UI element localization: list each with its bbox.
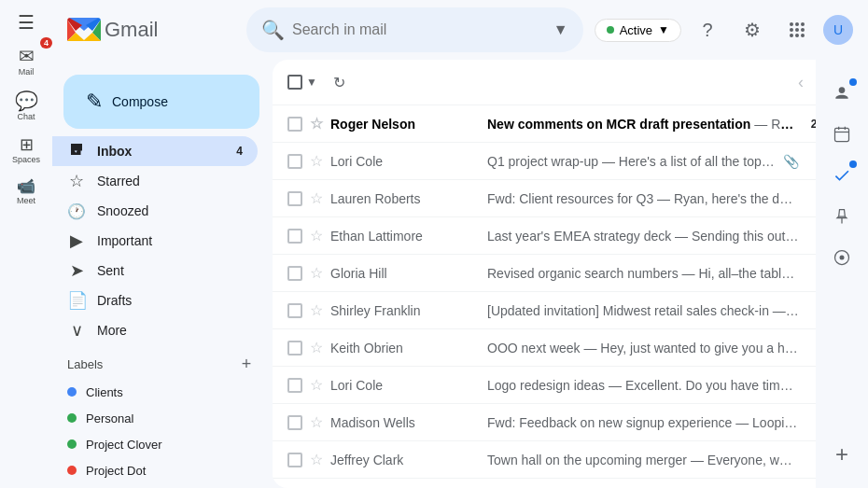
select-dropdown-icon[interactable]: ▼ [306,76,317,89]
svg-point-2 [801,22,805,26]
right-panel-keep[interactable] [823,198,861,235]
nav-starred[interactable]: ☆ Starred [52,166,258,196]
prev-page-button[interactable]: ‹ [786,67,816,97]
label-personal[interactable]: Personal [52,405,258,431]
important-icon: ▶ [67,230,86,251]
email-row[interactable]: ☆ Lauren Roberts Fwd: Client resources f… [273,180,868,217]
meet-nav-item[interactable]: 📹 Meet [4,174,49,211]
star-button[interactable]: ☆ [310,264,323,282]
star-button[interactable]: ☆ [310,413,323,431]
gmail-wordmark: Gmail [105,18,158,42]
email-row[interactable]: ☆ Madison Wells Fwd: Feedback on new sig… [273,404,868,441]
avatar[interactable]: U [823,15,853,45]
nav-snoozed[interactable]: 🕐 Snoozed [52,196,258,226]
settings-button[interactable]: ⚙ [734,11,771,49]
select-all-area[interactable]: ▼ [287,75,317,90]
spaces-label: Spaces [12,155,40,164]
side-icon-bar: ☰ ✉ 4 Mail 💬 Chat ⊞ Spaces 📹 Meet [0,0,52,488]
select-all-checkbox[interactable] [287,75,302,90]
star-button[interactable]: ☆ [310,339,323,356]
email-row[interactable]: ☆ Lori Cole Logo redesign ideas — Excell… [273,367,868,404]
mail-nav-item[interactable]: ✉ 4 Mail [4,41,49,82]
chat-icon: 💬 [15,91,38,110]
star-button[interactable]: ☆ [310,152,323,170]
apps-button[interactable] [778,11,816,49]
settings-icon: ⚙ [744,19,761,41]
email-row[interactable]: ☆ Roger Nelson New comments on MCR draft… [273,105,868,143]
email-checkbox[interactable] [287,229,302,244]
star-button[interactable]: ☆ [310,227,323,244]
header-right: Active ▼ ? ⚙ U [595,11,853,49]
svg-point-8 [801,34,805,37]
email-checkbox[interactable] [287,154,302,169]
label-clients[interactable]: Clients [52,379,258,405]
email-subject: [Updated invitation] Midwest retail sale… [487,303,799,318]
search-bar[interactable]: 🔍 ▼ [246,7,583,52]
email-sender: Keith Obrien [330,341,480,356]
email-checkbox[interactable] [287,453,302,467]
active-status-button[interactable]: Active ▼ [595,19,681,42]
star-button[interactable]: ☆ [310,376,323,394]
spaces-nav-item[interactable]: ⊞ Spaces [4,131,49,170]
label-project-dot[interactable]: Project Dot [52,457,258,483]
email-row[interactable]: ☆ Roger Nelson Two pics from the confere… [273,479,868,488]
right-panel-calendar[interactable] [823,116,861,153]
star-button[interactable]: ☆ [310,115,323,132]
label-color-dot [67,439,77,449]
email-subject: Last year's EMEA strategy deck — Sending… [487,229,799,244]
active-dot [607,26,614,34]
nav-snoozed-label: Snoozed [97,203,148,218]
star-button[interactable]: ☆ [310,189,323,207]
label-project-clover[interactable]: Project Clover [52,431,258,457]
label-color-dot [67,413,77,423]
email-checkbox[interactable] [287,341,302,356]
nav-panel: ✎ Compose Inbox 4 ☆ Starred 🕐 Snoozed ▶ … [52,60,273,488]
email-row[interactable]: ☆ Shirley Franklin [Updated invitation] … [273,292,868,329]
email-row[interactable]: ☆ Gloria Hill Revised organic search num… [273,255,868,292]
chat-nav-item[interactable]: 💬 Chat [4,86,49,127]
email-sender: Ethan Lattimore [330,229,480,244]
nav-more[interactable]: ∨ More [52,315,258,345]
email-sender: Jeffrey Clark [330,453,480,467]
email-row[interactable]: ☆ Ethan Lattimore Last year's EMEA strat… [273,217,868,255]
search-dropdown-icon[interactable]: ▼ [553,21,568,38]
nav-inbox[interactable]: Inbox 4 [52,136,258,166]
mail-badge: 4 [40,37,52,49]
nav-sent[interactable]: ➤ Sent [52,256,258,286]
help-button[interactable]: ? [689,11,726,49]
email-checkbox[interactable] [287,378,302,393]
email-toolbar: ▼ ↻ ‹ › [273,60,868,105]
email-subject: New comments on MCR draft presentation —… [487,117,799,132]
right-panel-other[interactable] [823,239,861,276]
email-row[interactable]: ☆ Jeffrey Clark Town hall on the upcomin… [273,441,868,479]
compose-button[interactable]: ✎ Compose [63,75,259,129]
add-app-button[interactable]: + [823,436,861,473]
meet-icon: 📹 [17,179,35,194]
nav-drafts[interactable]: 📄 Drafts [52,286,258,315]
menu-button[interactable]: ☰ [4,7,49,37]
email-checkbox[interactable] [287,117,302,132]
nav-important[interactable]: ▶ Important [52,226,258,256]
email-checkbox[interactable] [287,191,302,206]
refresh-icon: ↻ [333,74,345,91]
email-subject: Logo redesign ideas — Excellent. Do you … [487,378,799,393]
refresh-button[interactable]: ↻ [325,67,355,97]
search-input[interactable] [292,21,546,38]
email-checkbox[interactable] [287,266,302,281]
tasks-badge [849,160,857,168]
right-panel-contacts[interactable] [823,75,861,112]
email-row[interactable]: ☆ Keith Obrien OOO next week — Hey, just… [273,329,868,367]
add-label-button[interactable]: + [235,353,258,375]
right-panel-tasks[interactable] [823,157,861,194]
label-project-hedgehog[interactable]: Project Hedgehog [52,483,258,488]
star-button[interactable]: ☆ [310,451,323,468]
svg-point-5 [801,28,805,32]
more-chevron-icon: ∨ [67,320,86,341]
email-row[interactable]: ☆ Lori Cole Q1 project wrap-up — Here's … [273,143,868,180]
email-checkbox[interactable] [287,303,302,318]
label-name: Project Clover [86,438,162,452]
gmail-m-logo [67,18,101,43]
email-checkbox[interactable] [287,415,302,430]
star-button[interactable]: ☆ [310,301,323,319]
nav-drafts-label: Drafts [97,293,132,308]
